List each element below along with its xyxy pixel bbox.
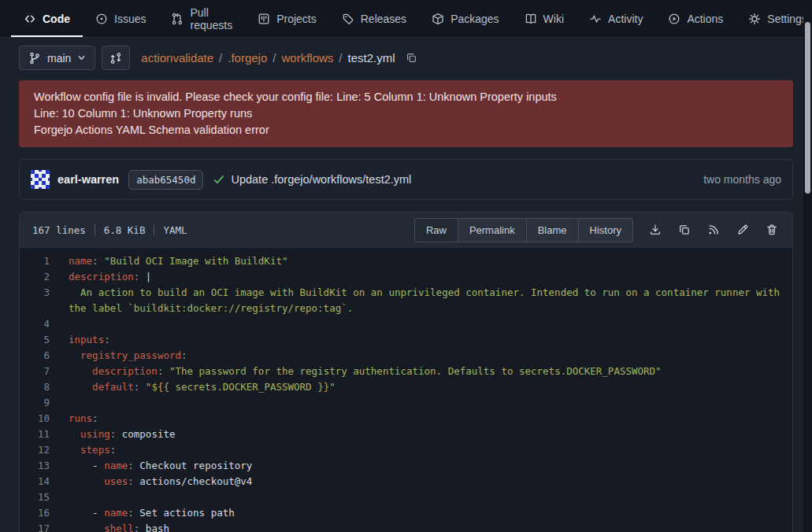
code-line: 7 description: "The password for the reg… bbox=[20, 364, 792, 379]
file-header: 167 lines 6.8 KiB YAML RawPermalinkBlame… bbox=[20, 212, 792, 248]
code-view: 1name: "Build OCI Image with BuildKit"2d… bbox=[20, 248, 792, 532]
nav-item-issues[interactable]: Issues bbox=[83, 0, 158, 37]
breadcrumb--forgejo[interactable]: .forgejo bbox=[228, 51, 267, 65]
line-number[interactable]: 7 bbox=[20, 364, 50, 379]
rss-icon[interactable] bbox=[707, 224, 720, 236]
code-line: 9 bbox=[20, 395, 792, 411]
branch-selector-button[interactable]: main bbox=[19, 46, 95, 70]
code-line: 17 shell: bash bbox=[20, 521, 792, 532]
activity-icon bbox=[589, 13, 602, 25]
issue-icon bbox=[95, 13, 108, 25]
nav-item-pull-requests[interactable]: Pull requests bbox=[158, 0, 245, 37]
error-line: Forgejo Actions YAML Schema validation e… bbox=[34, 122, 778, 139]
code-icon bbox=[24, 13, 36, 25]
nav-item-label: Projects bbox=[276, 13, 317, 25]
code-line: 8 default: "${{ secrets.DOCKER_PASSWORD … bbox=[20, 379, 792, 395]
play-circle-icon bbox=[668, 13, 680, 25]
line-number[interactable]: 8 bbox=[20, 379, 50, 395]
path-toolbar: main actionvalidate/.forgejo/workflows/t… bbox=[19, 46, 793, 70]
nav-item-activity[interactable]: Activity bbox=[577, 0, 655, 37]
error-line: Line: 10 Column 1: Unknown Property runs bbox=[34, 105, 778, 122]
permalink-button[interactable]: Permalink bbox=[458, 218, 527, 242]
nav-item-packages[interactable]: Packages bbox=[419, 0, 511, 37]
page-scrollbar bbox=[803, 0, 812, 532]
chevron-down-icon bbox=[77, 54, 86, 62]
line-number[interactable]: 5 bbox=[20, 332, 50, 348]
workflow-error-banner: Workflow config file is invalid. Please … bbox=[19, 80, 793, 147]
line-number[interactable]: 15 bbox=[20, 490, 50, 505]
code-line: 3 An action to build an OCI image with B… bbox=[20, 285, 792, 316]
blame-button[interactable]: Blame bbox=[527, 218, 579, 242]
copy-path-icon[interactable] bbox=[406, 52, 417, 64]
line-number[interactable]: 9 bbox=[20, 395, 50, 411]
nav-item-label: Code bbox=[43, 13, 70, 25]
breadcrumb-actionvalidate[interactable]: actionvalidate bbox=[141, 51, 213, 65]
line-number[interactable]: 4 bbox=[20, 316, 50, 332]
trash-icon[interactable] bbox=[766, 224, 778, 236]
download-icon[interactable] bbox=[649, 224, 662, 236]
line-content: registry_password: bbox=[50, 348, 792, 364]
nav-item-projects[interactable]: Projects bbox=[245, 0, 329, 37]
copy-icon[interactable] bbox=[678, 224, 691, 236]
commit-time: two months ago bbox=[703, 173, 781, 186]
nav-item-releases[interactable]: Releases bbox=[329, 0, 419, 37]
latest-commit-bar: earl-warren abab65450d Update .forgejo/w… bbox=[19, 159, 793, 200]
code-line: 1name: "Build OCI Image with BuildKit" bbox=[20, 253, 792, 269]
line-content bbox=[50, 395, 792, 411]
commit-status-check-icon[interactable] bbox=[213, 173, 225, 186]
breadcrumb-separator: / bbox=[339, 51, 342, 65]
code-line: 2description: | bbox=[20, 269, 792, 285]
tag-icon bbox=[342, 13, 354, 25]
file-language: YAML bbox=[163, 224, 187, 236]
line-content: description: | bbox=[50, 269, 792, 285]
divider bbox=[154, 224, 154, 236]
repo-tab-bar: CodeIssuesPull requestsProjectsReleasesP… bbox=[0, 0, 812, 38]
line-number[interactable]: 2 bbox=[20, 269, 50, 285]
pull-request-icon bbox=[171, 13, 184, 25]
line-number[interactable]: 12 bbox=[20, 442, 50, 458]
line-content: uses: actions/checkout@v4 bbox=[50, 474, 792, 490]
line-number[interactable]: 11 bbox=[20, 427, 50, 442]
projects-icon bbox=[258, 13, 270, 25]
commit-message[interactable]: Update .forgejo/workflows/test2.yml bbox=[231, 173, 411, 186]
divider bbox=[95, 224, 95, 236]
line-number[interactable]: 1 bbox=[20, 253, 50, 269]
avatar[interactable] bbox=[31, 170, 50, 189]
code-line: 10runs: bbox=[20, 411, 792, 427]
line-content: inputs: bbox=[50, 332, 792, 348]
commit-author[interactable]: earl-warren bbox=[57, 173, 119, 186]
nav-left: CodeIssuesPull requestsProjectsReleasesP… bbox=[11, 0, 736, 37]
line-content: description: "The password for the regis… bbox=[50, 364, 792, 379]
edit-icon[interactable] bbox=[736, 224, 749, 236]
breadcrumb: actionvalidate/.forgejo/workflows/test2.… bbox=[141, 51, 417, 65]
line-number[interactable]: 3 bbox=[20, 285, 50, 316]
line-number[interactable]: 6 bbox=[20, 348, 50, 364]
line-number[interactable]: 10 bbox=[20, 411, 50, 427]
history-button[interactable]: History bbox=[579, 218, 633, 242]
file-action-buttons: RawPermalinkBlameHistory bbox=[414, 218, 633, 242]
line-number[interactable]: 14 bbox=[20, 474, 50, 490]
nav-item-label: Pull requests bbox=[190, 6, 232, 31]
nav-item-actions[interactable]: Actions bbox=[655, 0, 736, 37]
nav-item-code[interactable]: Code bbox=[11, 0, 83, 37]
compare-icon bbox=[109, 52, 122, 65]
commit-sha-badge[interactable]: abab65450d bbox=[128, 170, 203, 190]
package-icon bbox=[432, 13, 444, 25]
nav-item-settings[interactable]: Settings bbox=[736, 0, 810, 37]
scrollbar-thumb[interactable] bbox=[805, 22, 810, 194]
book-icon bbox=[525, 13, 537, 25]
raw-button[interactable]: Raw bbox=[414, 218, 458, 242]
line-number[interactable]: 16 bbox=[20, 505, 50, 521]
compare-button[interactable] bbox=[102, 46, 130, 70]
file-icon-buttons bbox=[649, 224, 778, 236]
line-number[interactable]: 17 bbox=[20, 521, 50, 532]
line-number[interactable]: 13 bbox=[20, 458, 50, 474]
nav-item-wiki[interactable]: Wiki bbox=[512, 0, 577, 37]
breadcrumb-workflows[interactable]: workflows bbox=[281, 51, 333, 65]
nav-item-label: Packages bbox=[450, 13, 499, 25]
code-line: 13 - name: Checkout repository bbox=[20, 458, 792, 474]
line-content bbox=[50, 490, 792, 505]
code-line: 16 - name: Set actions path bbox=[20, 505, 792, 521]
code-line: 6 registry_password: bbox=[20, 348, 792, 364]
gear-icon bbox=[748, 13, 761, 25]
